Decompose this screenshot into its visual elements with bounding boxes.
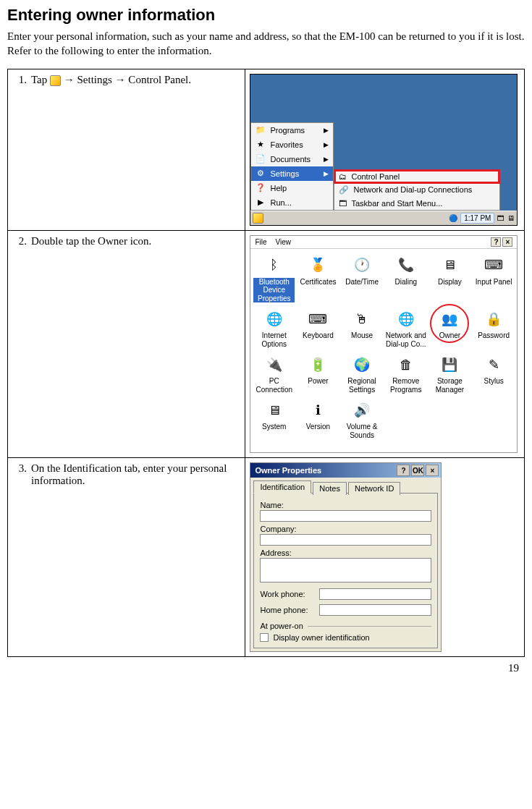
- label-name: Name:: [260, 501, 431, 509]
- system-icon: 🖥: [263, 399, 285, 421]
- screenshot-start-menu: 📁 Programs ▶ ★ Favorites ▶ 📄 Documents ▶…: [250, 74, 518, 226]
- stylus-icon: ✎: [483, 354, 504, 376]
- cpi-label: Certificates: [300, 278, 336, 287]
- screenshot-owner-properties: Owner Properties ? OK × Identification N…: [250, 462, 442, 652]
- tab-strip: Identification Notes Network ID: [253, 480, 438, 494]
- menu-view[interactable]: View: [276, 238, 292, 246]
- internet-icon: 🌐: [263, 308, 285, 330]
- help-button[interactable]: ?: [397, 465, 410, 476]
- cpi-label: Network and Dial-up Co...: [385, 331, 426, 348]
- ok-button[interactable]: OK: [411, 465, 424, 476]
- cpi-label: Owner: [439, 331, 460, 340]
- cpi-owner[interactable]: 👥Owner: [429, 308, 470, 348]
- menu-item-programs[interactable]: 📁 Programs ▶: [251, 123, 333, 137]
- cpi-label: Regional Settings: [342, 377, 383, 394]
- tab-networkid[interactable]: Network ID: [348, 482, 400, 495]
- cpi-label: Date/Time: [345, 278, 379, 287]
- menu-item-settings[interactable]: ⚙ Settings ▶: [251, 166, 333, 181]
- cpi-mouse[interactable]: 🖱Mouse: [342, 308, 383, 348]
- documents-icon: 📄: [256, 154, 266, 164]
- menu-item-run[interactable]: ▶ Run...: [251, 195, 333, 210]
- menu-item-favorites[interactable]: ★ Favorites ▶: [251, 137, 333, 152]
- favorites-icon: ★: [256, 140, 266, 150]
- divider: [308, 626, 432, 627]
- tab-notes[interactable]: Notes: [313, 482, 347, 495]
- page-title: Entering owner information: [7, 6, 525, 25]
- chevron-right-icon: ▶: [324, 156, 329, 163]
- tray-icon[interactable]: 🔵: [449, 214, 457, 222]
- menu-label: Settings: [270, 169, 299, 178]
- submenu-item-network[interactable]: 🔗 Network and Dial-up Connections: [334, 183, 499, 197]
- help-button[interactable]: ?: [491, 237, 501, 247]
- cpi-network[interactable]: 🌐Network and Dial-up Co...: [385, 308, 426, 348]
- cpi-storage[interactable]: 💾Storage Manager: [429, 354, 470, 394]
- name-field[interactable]: [260, 510, 431, 522]
- datetime-icon: 🕐: [351, 255, 373, 276]
- chevron-right-icon: ▶: [324, 127, 329, 134]
- dialog-title-bar: Owner Properties ? OK ×: [250, 463, 441, 478]
- cpi-volume[interactable]: 🔊Volume & Sounds: [342, 399, 383, 439]
- tray-icon[interactable]: 🗔: [497, 214, 504, 222]
- mouse-icon: 🖱: [351, 308, 373, 330]
- cpi-label: Keyboard: [303, 331, 334, 340]
- start-button[interactable]: [253, 213, 263, 224]
- menu-item-documents[interactable]: 📄 Documents ▶: [251, 152, 333, 166]
- remove-icon: 🗑: [395, 354, 417, 376]
- cpi-internet[interactable]: 🌐Internet Options: [253, 308, 295, 348]
- step-number: 2.: [12, 235, 27, 247]
- cpi-certificates[interactable]: 🏅Certificates: [297, 255, 339, 303]
- password-icon: 🔒: [483, 308, 504, 330]
- settings-icon: ⚙: [256, 169, 266, 179]
- cpi-stylus[interactable]: ✎Stylus: [473, 354, 515, 394]
- cpi-dialing[interactable]: 📞Dialing: [385, 255, 426, 303]
- settings-submenu: 🗂 Control Panel 🔗 Network and Dial-up Co…: [334, 169, 500, 211]
- cpi-label: Mouse: [351, 331, 373, 340]
- network-icon: 🌐: [395, 308, 417, 330]
- address-field[interactable]: [260, 558, 431, 583]
- intro-text: Enter your personal information, such as…: [7, 29, 525, 59]
- tab-identification[interactable]: Identification: [253, 480, 311, 494]
- checkbox-label: Display owner identification: [273, 633, 369, 642]
- company-field[interactable]: [260, 534, 431, 546]
- submenu-item-taskbar[interactable]: 🗔 Taskbar and Start Menu...: [334, 197, 499, 210]
- menu-file[interactable]: File: [255, 238, 266, 246]
- cpi-keyboard[interactable]: ⌨Keyboard: [297, 308, 339, 348]
- cpi-system[interactable]: 🖥System: [253, 399, 295, 439]
- work-phone-field[interactable]: [319, 588, 431, 600]
- cpi-label: Internet Options: [253, 331, 295, 348]
- cpi-remove[interactable]: 🗑Remove Programs: [385, 354, 426, 394]
- display-owner-checkbox[interactable]: Display owner identification: [260, 633, 431, 642]
- cpi-bluetooth[interactable]: ᛒBluetooth Device Properties: [253, 255, 295, 303]
- cpi-regional[interactable]: 🌍Regional Settings: [342, 354, 383, 394]
- menu-item-help[interactable]: ❓ Help: [251, 181, 333, 195]
- storage-icon: 💾: [439, 354, 460, 376]
- close-button[interactable]: ×: [502, 237, 512, 247]
- network-icon: 🔗: [339, 185, 349, 195]
- home-phone-field[interactable]: [319, 604, 431, 616]
- instruction-table: 1. Tap → Settings → Control Panel. 📁 Pro…: [7, 69, 525, 658]
- cpi-datetime[interactable]: 🕐Date/Time: [342, 255, 383, 303]
- cpi-label: Input Panel: [476, 278, 512, 287]
- tray-clock[interactable]: 1:17 PM: [460, 213, 494, 224]
- cpi-pcconn[interactable]: 🔌PC Connection: [253, 354, 295, 394]
- close-button[interactable]: ×: [426, 465, 439, 476]
- menu-label: Favorites: [270, 140, 303, 149]
- cpi-label: Display: [438, 278, 462, 287]
- cpi-label: Version: [306, 423, 330, 431]
- control-panel-grid: ᛒBluetooth Device Properties 🏅Certificat…: [250, 249, 517, 453]
- cpi-power[interactable]: 🔋Power: [297, 354, 339, 394]
- submenu-item-control-panel[interactable]: 🗂 Control Panel: [334, 170, 499, 183]
- regional-icon: 🌍: [351, 354, 373, 376]
- cpi-label: Volume & Sounds: [342, 423, 383, 439]
- cpi-password[interactable]: 🔒Password: [473, 308, 515, 348]
- cpi-display[interactable]: 🖥Display: [429, 255, 470, 303]
- taskbar-icon: 🗔: [339, 199, 347, 208]
- tray-icon[interactable]: 🖥: [507, 214, 515, 222]
- cpi-version[interactable]: ℹVersion: [297, 399, 339, 439]
- help-icon: ❓: [256, 183, 266, 193]
- cpi-inputpanel[interactable]: ⌨Input Panel: [473, 255, 515, 303]
- menu-bar: File View ? ×: [250, 236, 517, 249]
- dialog-title: Owner Properties: [255, 466, 321, 475]
- chevron-right-icon: ▶: [324, 141, 329, 148]
- page-number: 19: [508, 662, 519, 674]
